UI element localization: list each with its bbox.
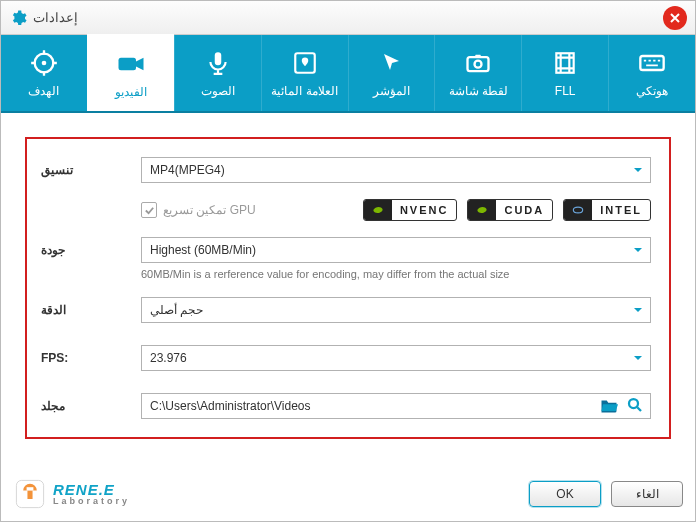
camera-icon bbox=[464, 48, 492, 78]
tab-screenshot[interactable]: لقطة شاشة bbox=[434, 35, 521, 111]
fps-value: 23.976 bbox=[150, 351, 187, 365]
tab-cursor[interactable]: المؤشر bbox=[348, 35, 435, 111]
tab-label: الفيديو bbox=[115, 85, 147, 99]
brand-logo: RENE.E Laboratory bbox=[13, 477, 130, 511]
badge-text: CUDA bbox=[496, 204, 552, 216]
svg-rect-12 bbox=[27, 487, 34, 490]
gpu-row: تمكين تسريع GPU NVENC CUDA INTEL bbox=[141, 199, 651, 221]
tab-label: الصوت bbox=[201, 84, 235, 98]
fps-select[interactable]: 23.976 bbox=[141, 345, 651, 371]
nvidia-icon bbox=[364, 200, 392, 220]
svg-rect-7 bbox=[557, 53, 574, 73]
video-settings-frame: تنسيق MP4(MPEG4) تمكين تسريع GPU NVENC bbox=[25, 137, 671, 439]
quality-value: Highest (60MB/Min) bbox=[150, 243, 256, 257]
quality-hint: 60MB/Min is a rerference value for encod… bbox=[141, 267, 651, 281]
tab-target[interactable]: الهدف bbox=[1, 35, 87, 111]
ok-button[interactable]: OK bbox=[529, 481, 601, 507]
folder-label: مجلد bbox=[41, 399, 129, 413]
watermark-icon bbox=[292, 48, 318, 78]
tab-label: المؤشر bbox=[373, 84, 410, 98]
checkbox-icon bbox=[141, 202, 157, 218]
keyboard-icon bbox=[638, 48, 666, 78]
format-label: تنسيق bbox=[41, 163, 129, 177]
resolution-label: الدقة bbox=[41, 303, 129, 317]
folder-value: C:\Users\Administrator\Videos bbox=[150, 399, 311, 413]
quality-label: جودة bbox=[41, 243, 129, 257]
chevron-down-icon bbox=[632, 352, 644, 364]
cancel-button[interactable]: الغاء bbox=[611, 481, 683, 507]
folder-input[interactable]: C:\Users\Administrator\Videos bbox=[141, 393, 651, 419]
tab-video[interactable]: الفيديو bbox=[87, 34, 174, 111]
svg-point-1 bbox=[42, 61, 47, 66]
format-value: MP4(MPEG4) bbox=[150, 163, 225, 177]
settings-window: إعدادات الهدف الفيديو الصوت العلامة الما… bbox=[0, 0, 696, 522]
gpu-label: تمكين تسريع GPU bbox=[163, 203, 256, 217]
logo-icon bbox=[13, 477, 47, 511]
tab-hotkey[interactable]: هوتكي bbox=[608, 35, 695, 111]
logo-brand: RENE.E bbox=[53, 482, 130, 497]
open-folder-icon[interactable] bbox=[600, 397, 618, 416]
logo-sub: Laboratory bbox=[53, 497, 130, 506]
gpu-cuda-badge: CUDA bbox=[467, 199, 553, 221]
film-icon bbox=[552, 48, 578, 78]
tab-fll[interactable]: FLL bbox=[521, 35, 608, 111]
target-icon bbox=[30, 48, 58, 78]
chevron-down-icon bbox=[632, 164, 644, 176]
tab-label: العلامة المائية bbox=[271, 84, 337, 98]
quality-select[interactable]: Highest (60MB/Min) bbox=[141, 237, 651, 263]
svg-rect-8 bbox=[640, 56, 663, 70]
cursor-icon bbox=[379, 48, 403, 78]
microphone-icon bbox=[205, 48, 231, 78]
svg-point-9 bbox=[574, 207, 583, 213]
window-title: إعدادات bbox=[33, 10, 78, 25]
video-icon bbox=[116, 49, 146, 79]
tab-label: هوتكي bbox=[636, 84, 668, 98]
nvidia-icon bbox=[468, 200, 496, 220]
chevron-down-icon bbox=[632, 244, 644, 256]
tab-audio[interactable]: الصوت bbox=[174, 35, 261, 111]
tab-label: لقطة شاشة bbox=[449, 84, 508, 98]
badge-text: NVENC bbox=[392, 204, 457, 216]
format-select[interactable]: MP4(MPEG4) bbox=[141, 157, 651, 183]
gpu-intel-badge: INTEL bbox=[563, 199, 651, 221]
tab-bar: الهدف الفيديو الصوت العلامة المائية المؤ… bbox=[1, 35, 695, 113]
footer: RENE.E Laboratory OK الغاء bbox=[13, 477, 683, 511]
tab-watermark[interactable]: العلامة المائية bbox=[261, 35, 348, 111]
tab-label: FLL bbox=[555, 84, 576, 98]
gpu-nvenc-badge: NVENC bbox=[363, 199, 458, 221]
svg-point-10 bbox=[629, 399, 638, 408]
close-button[interactable] bbox=[663, 6, 687, 30]
gear-icon bbox=[9, 9, 27, 27]
browse-icon[interactable] bbox=[626, 396, 644, 417]
gpu-checkbox[interactable]: تمكين تسريع GPU bbox=[141, 202, 256, 218]
resolution-value: حجم أصلي bbox=[150, 303, 203, 317]
title-bar: إعدادات bbox=[1, 1, 695, 35]
tab-label: الهدف bbox=[28, 84, 59, 98]
svg-point-6 bbox=[475, 61, 482, 68]
content-area: تنسيق MP4(MPEG4) تمكين تسريع GPU NVENC bbox=[1, 113, 695, 447]
intel-icon bbox=[564, 200, 592, 220]
chevron-down-icon bbox=[632, 304, 644, 316]
svg-rect-5 bbox=[468, 57, 489, 71]
svg-rect-3 bbox=[214, 52, 221, 65]
svg-rect-2 bbox=[118, 57, 136, 70]
resolution-select[interactable]: حجم أصلي bbox=[141, 297, 651, 323]
badge-text: INTEL bbox=[592, 204, 650, 216]
fps-label: FPS: bbox=[41, 351, 129, 365]
